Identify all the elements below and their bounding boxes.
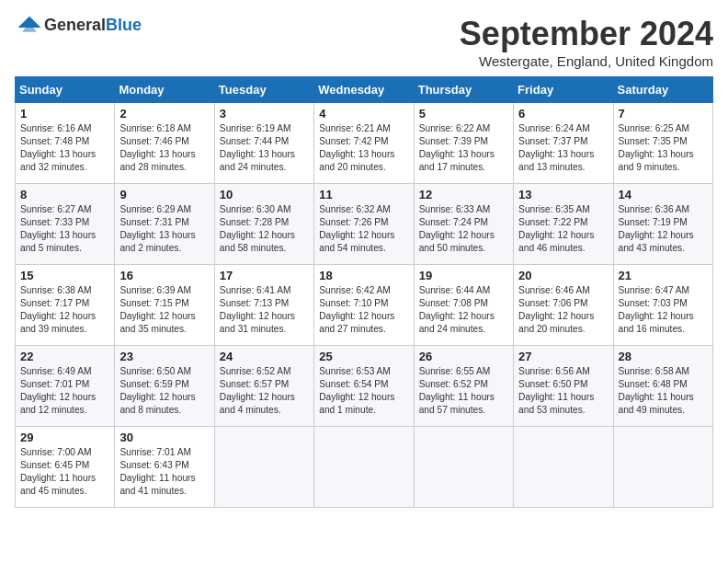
day-info: Sunrise: 6:47 AMSunset: 7:03 PMDaylight:… — [619, 285, 694, 334]
day-info: Sunrise: 6:41 AMSunset: 7:13 PMDaylight:… — [220, 285, 295, 334]
table-row: 17 Sunrise: 6:41 AMSunset: 7:13 PMDaylig… — [214, 265, 313, 346]
day-number: 29 — [20, 431, 109, 444]
day-info: Sunrise: 6:46 AMSunset: 7:06 PMDaylight:… — [518, 285, 594, 334]
day-number: 10 — [220, 188, 309, 201]
day-info: Sunrise: 6:35 AMSunset: 7:22 PMDaylight:… — [518, 204, 594, 253]
calendar-week-row: 15 Sunrise: 6:38 AMSunset: 7:17 PMDaylig… — [16, 265, 713, 346]
logo-blue: Blue — [106, 16, 142, 35]
table-row: 6 Sunrise: 6:24 AMSunset: 7:37 PMDayligh… — [514, 103, 613, 184]
day-number: 16 — [119, 269, 209, 282]
day-number: 11 — [319, 188, 408, 201]
weekday-header-row: Sunday Monday Tuesday Wednesday Thursday… — [16, 77, 713, 103]
day-info: Sunrise: 6:30 AMSunset: 7:28 PMDaylight:… — [220, 204, 295, 253]
page-header: GeneralBlue September 2024 Westergate, E… — [15, 15, 713, 69]
table-row: 26 Sunrise: 6:55 AMSunset: 6:52 PMDaylig… — [414, 346, 513, 427]
logo-icon — [17, 15, 42, 35]
header-saturday: Saturday — [613, 77, 712, 103]
table-row: 4 Sunrise: 6:21 AMSunset: 7:42 PMDayligh… — [314, 103, 414, 184]
day-info: Sunrise: 6:58 AMSunset: 6:48 PMDaylight:… — [619, 366, 694, 415]
day-info: Sunrise: 6:21 AMSunset: 7:42 PMDaylight:… — [319, 123, 394, 172]
header-monday: Monday — [115, 77, 214, 103]
day-info: Sunrise: 6:24 AMSunset: 7:37 PMDaylight:… — [518, 123, 594, 172]
table-row — [613, 427, 712, 508]
day-number: 22 — [20, 350, 109, 363]
day-number: 19 — [419, 269, 508, 282]
table-row: 2 Sunrise: 6:18 AMSunset: 7:46 PMDayligh… — [115, 103, 214, 184]
table-row: 11 Sunrise: 6:32 AMSunset: 7:26 PMDaylig… — [314, 184, 414, 265]
header-friday: Friday — [514, 77, 613, 103]
table-row: 20 Sunrise: 6:46 AMSunset: 7:06 PMDaylig… — [514, 265, 613, 346]
table-row: 24 Sunrise: 6:52 AMSunset: 6:57 PMDaylig… — [214, 346, 313, 427]
calendar-table: Sunday Monday Tuesday Wednesday Thursday… — [15, 76, 713, 508]
day-number: 13 — [518, 188, 608, 201]
day-number: 7 — [619, 107, 708, 121]
day-info: Sunrise: 6:50 AMSunset: 6:59 PMDaylight:… — [119, 366, 195, 415]
table-row: 16 Sunrise: 6:39 AMSunset: 7:15 PMDaylig… — [115, 265, 214, 346]
day-number: 25 — [319, 350, 408, 363]
table-row: 12 Sunrise: 6:33 AMSunset: 7:24 PMDaylig… — [414, 184, 513, 265]
day-info: Sunrise: 6:39 AMSunset: 7:15 PMDaylight:… — [119, 285, 195, 334]
day-info: Sunrise: 6:27 AMSunset: 7:33 PMDaylight:… — [20, 204, 96, 253]
day-number: 9 — [119, 188, 209, 201]
day-info: Sunrise: 7:00 AMSunset: 6:45 PMDaylight:… — [20, 447, 96, 496]
day-number: 21 — [619, 269, 708, 282]
day-info: Sunrise: 6:55 AMSunset: 6:52 PMDaylight:… — [419, 366, 495, 415]
day-number: 4 — [319, 107, 408, 121]
logo-general: General — [44, 16, 106, 35]
day-number: 30 — [119, 431, 209, 444]
day-info: Sunrise: 6:18 AMSunset: 7:46 PMDaylight:… — [119, 123, 195, 172]
table-row: 25 Sunrise: 6:53 AMSunset: 6:54 PMDaylig… — [314, 346, 414, 427]
table-row: 9 Sunrise: 6:29 AMSunset: 7:31 PMDayligh… — [115, 184, 214, 265]
day-info: Sunrise: 6:56 AMSunset: 6:50 PMDaylight:… — [518, 366, 594, 415]
table-row: 1 Sunrise: 6:16 AMSunset: 7:48 PMDayligh… — [16, 103, 115, 184]
day-number: 18 — [319, 269, 408, 282]
table-row: 7 Sunrise: 6:25 AMSunset: 7:35 PMDayligh… — [613, 103, 712, 184]
table-row: 13 Sunrise: 6:35 AMSunset: 7:22 PMDaylig… — [514, 184, 613, 265]
day-info: Sunrise: 6:22 AMSunset: 7:39 PMDaylight:… — [419, 123, 495, 172]
table-row: 15 Sunrise: 6:38 AMSunset: 7:17 PMDaylig… — [16, 265, 115, 346]
day-number: 27 — [518, 350, 608, 363]
day-info: Sunrise: 6:44 AMSunset: 7:08 PMDaylight:… — [419, 285, 495, 334]
table-row — [514, 427, 613, 508]
day-info: Sunrise: 6:38 AMSunset: 7:17 PMDaylight:… — [20, 285, 96, 334]
table-row: 5 Sunrise: 6:22 AMSunset: 7:39 PMDayligh… — [414, 103, 513, 184]
table-row — [214, 427, 313, 508]
calendar-week-row: 1 Sunrise: 6:16 AMSunset: 7:48 PMDayligh… — [16, 103, 713, 184]
header-thursday: Thursday — [414, 77, 513, 103]
table-row: 23 Sunrise: 6:50 AMSunset: 6:59 PMDaylig… — [115, 346, 214, 427]
table-row: 29 Sunrise: 7:00 AMSunset: 6:45 PMDaylig… — [16, 427, 115, 508]
day-number: 28 — [619, 350, 708, 363]
day-number: 17 — [220, 269, 309, 282]
day-info: Sunrise: 6:19 AMSunset: 7:44 PMDaylight:… — [220, 123, 295, 172]
logo: GeneralBlue — [15, 15, 142, 35]
table-row: 14 Sunrise: 6:36 AMSunset: 7:19 PMDaylig… — [613, 184, 712, 265]
day-number: 26 — [419, 350, 508, 363]
day-number: 23 — [119, 350, 209, 363]
day-number: 6 — [518, 107, 608, 121]
table-row — [314, 427, 414, 508]
table-row: 30 Sunrise: 7:01 AMSunset: 6:43 PMDaylig… — [115, 427, 214, 508]
table-row: 10 Sunrise: 6:30 AMSunset: 7:28 PMDaylig… — [214, 184, 313, 265]
day-number: 1 — [20, 107, 109, 121]
day-number: 14 — [619, 188, 708, 201]
table-row: 18 Sunrise: 6:42 AMSunset: 7:10 PMDaylig… — [314, 265, 414, 346]
month-title: September 2024 — [460, 15, 713, 53]
day-info: Sunrise: 6:32 AMSunset: 7:26 PMDaylight:… — [319, 204, 394, 253]
day-number: 15 — [20, 269, 109, 282]
day-number: 12 — [419, 188, 508, 201]
table-row: 27 Sunrise: 6:56 AMSunset: 6:50 PMDaylig… — [514, 346, 613, 427]
table-row: 22 Sunrise: 6:49 AMSunset: 7:01 PMDaylig… — [16, 346, 115, 427]
day-number: 8 — [20, 188, 109, 201]
table-row: 19 Sunrise: 6:44 AMSunset: 7:08 PMDaylig… — [414, 265, 513, 346]
calendar-week-row: 22 Sunrise: 6:49 AMSunset: 7:01 PMDaylig… — [16, 346, 713, 427]
day-info: Sunrise: 6:49 AMSunset: 7:01 PMDaylight:… — [20, 366, 96, 415]
day-info: Sunrise: 6:16 AMSunset: 7:48 PMDaylight:… — [20, 123, 96, 172]
calendar-week-row: 29 Sunrise: 7:00 AMSunset: 6:45 PMDaylig… — [16, 427, 713, 508]
header-sunday: Sunday — [16, 77, 115, 103]
day-info: Sunrise: 6:33 AMSunset: 7:24 PMDaylight:… — [419, 204, 495, 253]
day-info: Sunrise: 6:53 AMSunset: 6:54 PMDaylight:… — [319, 366, 394, 415]
table-row: 28 Sunrise: 6:58 AMSunset: 6:48 PMDaylig… — [613, 346, 712, 427]
day-info: Sunrise: 6:52 AMSunset: 6:57 PMDaylight:… — [220, 366, 295, 415]
day-info: Sunrise: 7:01 AMSunset: 6:43 PMDaylight:… — [119, 447, 195, 496]
table-row: 21 Sunrise: 6:47 AMSunset: 7:03 PMDaylig… — [613, 265, 712, 346]
